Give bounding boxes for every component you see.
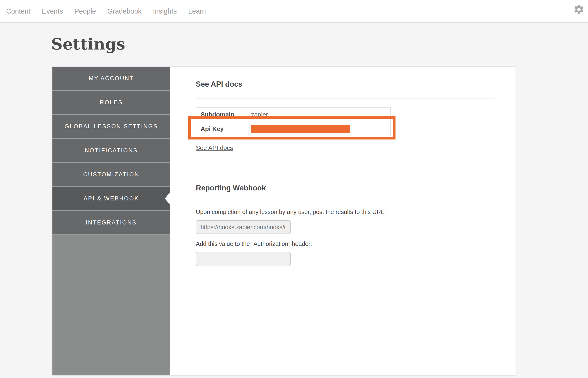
webhook-url-label: Upon completion of any lesson by any use… bbox=[196, 209, 386, 216]
subdomain-value: zapier bbox=[247, 108, 390, 122]
api-key-label: Api Key bbox=[196, 122, 247, 136]
api-credentials-table: Subdomain zapier Api Key bbox=[196, 107, 391, 136]
sidebar-item-label: CUSTOMIZATION bbox=[83, 171, 139, 178]
see-api-docs-link[interactable]: See API docs bbox=[196, 144, 233, 152]
sidebar-item-my-account[interactable]: MY ACCOUNT bbox=[52, 67, 170, 90]
authorization-header-label: Add this value to the “Authorization” he… bbox=[196, 240, 312, 247]
sidebar-filler bbox=[52, 235, 170, 375]
top-navigation-bar: Content Events People Gradebook Insights… bbox=[0, 0, 588, 23]
nav-item-content[interactable]: Content bbox=[6, 7, 30, 15]
active-item-arrow-icon bbox=[165, 192, 170, 205]
nav-item-insights[interactable]: Insights bbox=[153, 7, 177, 15]
api-key-value bbox=[247, 122, 390, 136]
api-section-title: See API docs bbox=[196, 80, 242, 89]
sidebar-item-label: GLOBAL LESSON SETTINGS bbox=[65, 123, 158, 130]
sidebar-item-integrations[interactable]: INTEGRATIONS bbox=[52, 211, 170, 234]
sidebar-item-api-webhook[interactable]: API & WEBHOOK bbox=[52, 187, 170, 210]
subdomain-label: Subdomain bbox=[196, 108, 247, 122]
sidebar-item-label: API & WEBHOOK bbox=[84, 195, 139, 202]
page-title: Settings bbox=[51, 35, 125, 53]
sidebar-item-roles[interactable]: ROLES bbox=[52, 91, 170, 114]
sidebar-item-notifications[interactable]: NOTIFICATIONS bbox=[52, 139, 170, 162]
sidebar-item-label: NOTIFICATIONS bbox=[85, 147, 138, 154]
webhook-url-input[interactable] bbox=[196, 220, 291, 234]
gear-icon bbox=[573, 4, 585, 16]
table-row-api-key: Api Key bbox=[196, 122, 390, 136]
settings-card: MY ACCOUNT ROLES GLOBAL LESSON SETTINGS … bbox=[52, 66, 516, 376]
sidebar-item-customization[interactable]: CUSTOMIZATION bbox=[52, 163, 170, 186]
api-key-redaction-bar bbox=[251, 125, 350, 133]
section-divider bbox=[196, 200, 495, 200]
settings-gear-button[interactable] bbox=[573, 4, 585, 16]
table-row-subdomain: Subdomain zapier bbox=[196, 108, 390, 122]
nav-item-gradebook[interactable]: Gradebook bbox=[107, 7, 142, 15]
sidebar-item-label: INTEGRATIONS bbox=[86, 219, 137, 226]
sidebar-item-label: ROLES bbox=[100, 99, 123, 106]
sidebar-item-label: MY ACCOUNT bbox=[89, 75, 134, 82]
authorization-header-input[interactable] bbox=[196, 252, 291, 266]
nav-item-people[interactable]: People bbox=[74, 7, 96, 15]
section-divider bbox=[196, 98, 495, 98]
nav-item-events[interactable]: Events bbox=[42, 7, 63, 15]
settings-sidebar: MY ACCOUNT ROLES GLOBAL LESSON SETTINGS … bbox=[52, 67, 170, 375]
sidebar-item-global-lesson-settings[interactable]: GLOBAL LESSON SETTINGS bbox=[52, 115, 170, 138]
nav-item-learn[interactable]: Learn bbox=[188, 7, 206, 15]
webhook-section-title: Reporting Webhook bbox=[196, 184, 266, 192]
